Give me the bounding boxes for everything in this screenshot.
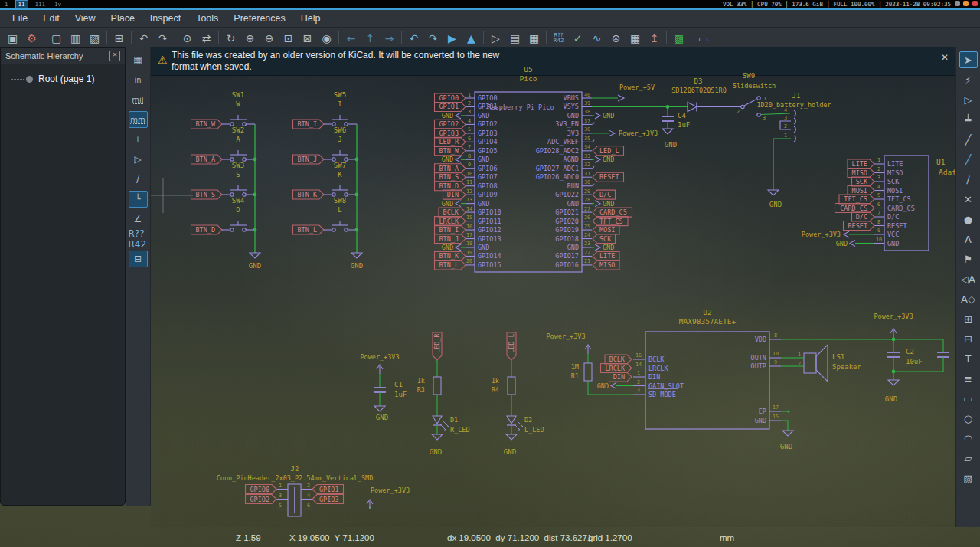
menu-file[interactable]: File: [5, 11, 35, 25]
junction-tool-button[interactable]: ●: [959, 211, 978, 228]
page-settings-button[interactable]: ▢: [47, 30, 66, 47]
zoom-in-button[interactable]: ⊕: [240, 30, 260, 47]
mirror-v-button[interactable]: ▲: [462, 30, 481, 47]
component-ref: LS1: [832, 353, 844, 361]
workspace-tag-1v[interactable]: 1v: [52, 1, 64, 8]
zoom-out-button[interactable]: ⊖: [260, 30, 279, 47]
select-tool-button[interactable]: ➤: [959, 51, 978, 68]
zoom-objects-button[interactable]: ⊠: [298, 30, 317, 47]
schematic-canvas[interactable]: ⚠ This file was created by an older vers…: [151, 47, 956, 527]
zoom-selection-button[interactable]: ◉: [317, 30, 336, 47]
nav-back-button[interactable]: ←: [341, 30, 361, 47]
paste-button[interactable]: ⊞: [109, 30, 129, 47]
polygon-tool-button[interactable]: ▱: [959, 450, 978, 467]
plot-button[interactable]: ▧: [85, 30, 104, 47]
symbol-browser-button[interactable]: ▤: [505, 30, 524, 47]
annotate-button[interactable]: R?? R42: [549, 30, 568, 47]
place-power-port-tool-button[interactable]: ╧: [959, 111, 978, 128]
bom-button[interactable]: ↥: [645, 30, 664, 47]
bus-entry-tool-button[interactable]: ∕: [959, 171, 978, 188]
find-button[interactable]: ⊙: [178, 30, 197, 47]
menu-edit[interactable]: Edit: [35, 11, 67, 25]
rectangle-tool-button[interactable]: ▭: [959, 390, 978, 407]
refresh-button[interactable]: ↻: [221, 30, 240, 47]
workspace-tag-11[interactable]: 11: [15, 0, 28, 8]
terminal-button[interactable]: ▭: [694, 30, 713, 47]
hidden-pins-button[interactable]: ▷: [129, 151, 148, 168]
mirror-h-button[interactable]: ▶: [443, 30, 462, 47]
pin-number: 10: [876, 237, 882, 243]
highlight-net-tool-button[interactable]: ⚡: [959, 71, 978, 88]
erc-button[interactable]: ✓: [568, 30, 587, 47]
print-button[interactable]: ▥: [66, 30, 85, 47]
rotate-ccw-button[interactable]: ↶: [404, 30, 423, 47]
no-connect-tool-button[interactable]: ✕: [959, 191, 978, 208]
global-label-tool-button[interactable]: ◁A: [959, 270, 978, 287]
simulator-button[interactable]: ∿: [587, 30, 606, 47]
menu-preferences[interactable]: Preferences: [226, 11, 292, 25]
arc-tool-button[interactable]: ◠: [959, 430, 978, 447]
zoom-fit-button[interactable]: ⊡: [279, 30, 298, 47]
units-mils-button[interactable]: mil: [129, 91, 148, 108]
system-tray[interactable]: [955, 1, 978, 8]
hierarchy-navigator-icon: ⊟: [134, 254, 142, 264]
menu-help[interactable]: Help: [293, 11, 328, 25]
circle-tool-button[interactable]: ○: [959, 410, 978, 427]
menu-tools[interactable]: Tools: [188, 11, 226, 25]
tray-icon-0[interactable]: [955, 1, 960, 6]
schematic-shape: [355, 193, 359, 197]
hierarchy-root-item[interactable]: Root (page 1): [11, 74, 125, 84]
import-sheet-pin-tool-button[interactable]: ⊟: [959, 330, 978, 347]
pin-number: 7: [877, 210, 880, 216]
pin-number: 3: [468, 109, 471, 115]
sheet-tool-button[interactable]: ⊞: [959, 310, 978, 327]
find-replace-button[interactable]: ⇄: [197, 30, 216, 47]
pin-name: GND: [567, 112, 579, 120]
image-tool-button[interactable]: ▨: [959, 470, 978, 486]
tray-icon-2[interactable]: [972, 1, 978, 6]
netclass-directive-tool-button[interactable]: ⚑: [959, 251, 978, 267]
rotate-cw-button[interactable]: ↷: [423, 30, 443, 47]
annotate-auto-button[interactable]: R?? R42: [129, 231, 148, 247]
paste-icon: ⊞: [115, 32, 124, 44]
workspace-tag-1[interactable]: 1: [2, 1, 11, 8]
footprint-editor-button[interactable]: ▦: [524, 30, 544, 47]
menu-inspect[interactable]: Inspect: [142, 11, 188, 25]
net-label: LITE: [852, 160, 867, 168]
menu-view[interactable]: View: [67, 11, 103, 25]
pin-number: 6: [877, 201, 880, 208]
bus-tool-button[interactable]: ╱: [959, 151, 978, 168]
schematic-setup-button[interactable]: ⚙: [22, 30, 41, 47]
assign-footprints-button[interactable]: ⊛: [606, 30, 626, 47]
wire-tool-button[interactable]: ╱: [959, 131, 978, 148]
units-mm-button[interactable]: mm: [129, 111, 148, 128]
menu-place[interactable]: Place: [103, 11, 142, 25]
cursor-shape-button[interactable]: +: [129, 131, 148, 148]
speaker-body: [804, 353, 816, 373]
symbol-editor-button[interactable]: ▷: [486, 30, 505, 47]
tray-icon-1[interactable]: [963, 1, 969, 6]
nav-up-button[interactable]: ↑: [361, 30, 380, 47]
free-angle-wire-button[interactable]: ∕: [129, 171, 148, 188]
hv-wire-button[interactable]: └: [129, 191, 148, 208]
symbol-fields-table-button[interactable]: ▦: [626, 30, 645, 47]
component-value: D: [236, 206, 240, 214]
nav-forward-button[interactable]: →: [380, 30, 399, 47]
hierarchical-label-tool-button[interactable]: A◇: [959, 290, 978, 307]
close-icon[interactable]: ✕: [109, 51, 120, 61]
redo-button[interactable]: ↷: [153, 30, 172, 47]
units-inches-button[interactable]: in: [129, 71, 148, 88]
save-button[interactable]: ▣: [3, 30, 22, 47]
pcb-editor-button[interactable]: ▩: [669, 30, 688, 47]
grid-toggle-button[interactable]: ▦: [129, 51, 148, 68]
wm-workspace-tags[interactable]: 1111111v: [2, 0, 64, 8]
net-label-tool-button[interactable]: A: [959, 231, 978, 247]
textbox-tool-button[interactable]: ≡: [959, 370, 978, 387]
text-tool-button[interactable]: T: [959, 350, 978, 367]
pin-name: GPIO14: [478, 252, 501, 260]
undo-button[interactable]: ↶: [134, 30, 153, 47]
workspace-tag-111[interactable]: 111: [33, 1, 48, 8]
wire-45deg-button[interactable]: ∠: [129, 211, 148, 228]
hierarchy-navigator-button[interactable]: ⊟: [129, 251, 148, 267]
place-symbol-tool-button[interactable]: ▷: [959, 91, 978, 108]
